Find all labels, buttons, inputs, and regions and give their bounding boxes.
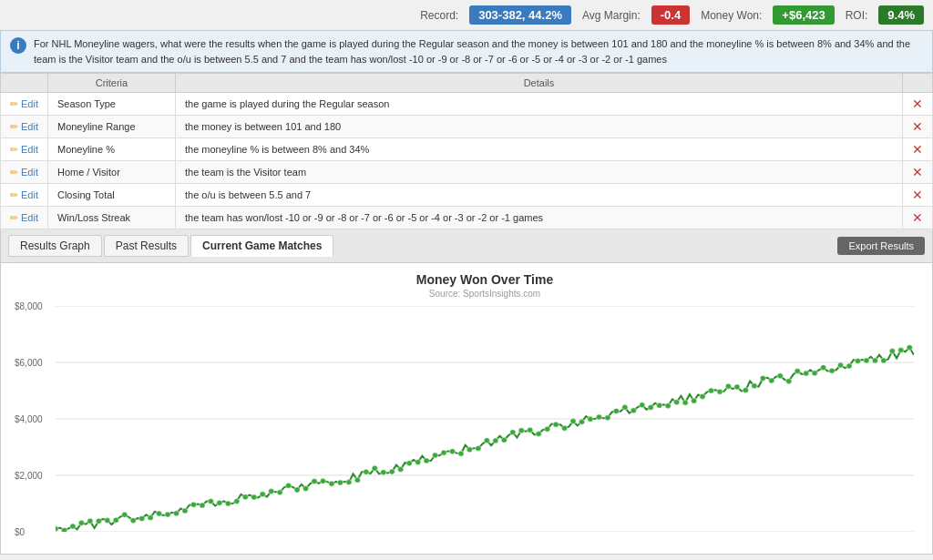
delete-button[interactable]: ✕ — [912, 119, 923, 134]
edit-link[interactable]: ✏ Edit — [10, 189, 38, 201]
svg-point-43 — [381, 470, 386, 475]
svg-point-21 — [190, 502, 196, 507]
criteria-row: ✏ Edit Moneyline % the moneyline % is be… — [1, 138, 933, 161]
col-delete-header — [903, 74, 933, 93]
info-icon: i — [10, 37, 26, 54]
delete-cell[interactable]: ✕ — [903, 161, 933, 184]
edit-link[interactable]: ✏ Edit — [10, 144, 38, 156]
edit-link[interactable]: ✏ Edit — [10, 212, 38, 224]
criteria-details: the money is between 101 and 180 — [175, 116, 902, 138]
svg-point-41 — [364, 469, 369, 474]
delete-cell[interactable]: ✕ — [903, 93, 933, 116]
edit-cell[interactable]: ✏ Edit — [1, 138, 48, 161]
svg-point-16 — [148, 515, 153, 521]
svg-point-78 — [682, 400, 688, 405]
svg-point-95 — [829, 368, 835, 373]
svg-point-104 — [907, 345, 912, 351]
delete-button[interactable]: ✕ — [912, 142, 923, 157]
svg-point-52 — [458, 451, 464, 456]
avg-margin-label: Avg Margin: — [582, 9, 641, 22]
svg-point-74 — [648, 404, 653, 410]
criteria-name: Closing Total — [47, 184, 175, 207]
edit-label: Edit — [21, 189, 38, 200]
svg-point-19 — [173, 511, 179, 516]
edit-link[interactable]: ✏ Edit — [10, 98, 38, 110]
y-axis-tick-label: $0 — [15, 527, 25, 537]
criteria-details: the team is the Visitor team — [175, 161, 902, 184]
criteria-row: ✏ Edit Win/Loss Streak the team has won/… — [1, 207, 933, 229]
chart-source: Source: SportsInsights.com — [56, 289, 914, 299]
col-criteria-header: Criteria — [47, 74, 175, 93]
pencil-icon: ✏ — [10, 121, 18, 133]
svg-point-69 — [605, 415, 610, 421]
criteria-details: the o/u is between 5.5 and 7 — [175, 184, 902, 207]
svg-point-12 — [113, 517, 118, 523]
svg-point-68 — [596, 414, 601, 420]
avg-margin-value: -0.4 — [651, 5, 690, 25]
edit-link[interactable]: ✏ Edit — [10, 167, 38, 178]
edit-label: Edit — [21, 121, 38, 132]
svg-point-86 — [752, 383, 757, 389]
svg-point-70 — [613, 408, 619, 413]
delete-cell[interactable]: ✕ — [903, 138, 933, 161]
svg-point-20 — [182, 508, 188, 514]
svg-point-33 — [294, 487, 300, 493]
edit-cell[interactable]: ✏ Edit — [1, 161, 48, 184]
svg-point-10 — [96, 518, 101, 524]
y-axis-tick-label: $4,000 — [15, 414, 43, 424]
svg-point-29 — [260, 492, 265, 497]
tab-item[interactable]: Results Graph — [8, 235, 102, 257]
svg-point-72 — [631, 408, 636, 413]
svg-point-47 — [415, 460, 420, 465]
svg-point-45 — [398, 466, 404, 472]
pencil-icon: ✏ — [10, 98, 18, 110]
edit-cell[interactable]: ✏ Edit — [1, 184, 48, 207]
edit-cell[interactable]: ✏ Edit — [1, 93, 48, 116]
svg-point-59 — [518, 428, 524, 433]
chart-container: $8,000$6,000$4,000$2,000$0 — [56, 306, 914, 532]
svg-point-54 — [476, 445, 481, 451]
svg-point-17 — [156, 511, 161, 516]
tab-item[interactable]: Current Game Matches — [190, 235, 333, 257]
edit-cell[interactable]: ✏ Edit — [1, 207, 48, 229]
delete-cell[interactable]: ✕ — [903, 184, 933, 207]
edit-label: Edit — [21, 212, 38, 223]
delete-button[interactable]: ✕ — [912, 97, 923, 111]
svg-point-48 — [424, 458, 429, 463]
criteria-name: Home / Visitor — [47, 161, 175, 184]
svg-point-58 — [510, 430, 516, 435]
delete-cell[interactable]: ✕ — [903, 116, 933, 138]
svg-point-98 — [855, 358, 860, 363]
svg-point-93 — [812, 371, 817, 376]
delete-button[interactable]: ✕ — [912, 165, 923, 179]
edit-cell[interactable]: ✏ Edit — [1, 116, 48, 138]
svg-point-94 — [820, 365, 825, 371]
svg-point-28 — [251, 494, 257, 500]
delete-button[interactable]: ✕ — [912, 188, 923, 202]
stats-bar: Record: 303-382, 44.2% Avg Margin: -0.4 … — [0, 0, 933, 30]
svg-point-50 — [441, 450, 446, 455]
delete-cell[interactable]: ✕ — [903, 207, 933, 229]
svg-point-66 — [579, 419, 584, 424]
svg-point-8 — [78, 520, 84, 525]
svg-point-75 — [657, 402, 662, 408]
svg-point-87 — [760, 376, 765, 382]
svg-point-56 — [493, 438, 498, 443]
edit-link[interactable]: ✏ Edit — [10, 121, 38, 133]
svg-point-96 — [837, 362, 843, 368]
svg-point-13 — [122, 512, 128, 517]
tab-item[interactable]: Past Results — [104, 235, 189, 257]
svg-point-51 — [449, 449, 455, 454]
svg-point-80 — [700, 393, 705, 399]
y-axis-tick-label: $6,000 — [15, 358, 43, 368]
svg-point-89 — [777, 373, 783, 379]
export-button[interactable]: Export Results — [837, 237, 925, 255]
svg-point-71 — [622, 404, 628, 410]
roi-label: ROI: — [846, 9, 868, 22]
pencil-icon: ✏ — [10, 144, 18, 156]
svg-point-9 — [87, 518, 93, 524]
svg-point-79 — [691, 398, 696, 403]
svg-point-6 — [61, 527, 67, 532]
delete-button[interactable]: ✕ — [912, 210, 923, 225]
edit-label: Edit — [21, 167, 38, 178]
